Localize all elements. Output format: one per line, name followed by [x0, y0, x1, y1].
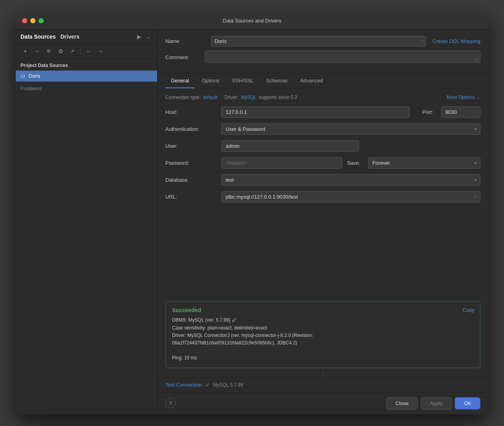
sidebar-nav-icons: ▶ ⌄	[135, 33, 152, 41]
host-port-row: Host: Port:	[165, 106, 480, 118]
export-button[interactable]: ↗	[67, 47, 78, 56]
name-row: Name: ○ Create DDL Mapping	[165, 36, 480, 47]
apply-button[interactable]: Apply	[421, 397, 452, 409]
name-label: Name:	[165, 38, 205, 44]
dbms-line: DBMS: MySQL (ver. 5.7.99) 🖊	[172, 316, 474, 324]
port-input[interactable]	[441, 106, 480, 118]
test-result: MySQL 5.7.99	[213, 382, 243, 388]
sidebar-item-doris[interactable]: ⛁ Doris	[16, 71, 157, 82]
save-select[interactable]: Forever Until restart Never	[368, 157, 480, 169]
port-label: Port:	[422, 109, 436, 115]
ok-button[interactable]: OK	[455, 397, 480, 409]
help-button[interactable]: ?	[165, 398, 176, 408]
conn-type-label: Connection type:	[165, 95, 201, 100]
case-line: Case sensitivity: plain=exact, delimited…	[172, 324, 474, 332]
minimize-button[interactable]	[30, 18, 35, 23]
driver-line1: Driver: MySQL Connector/J (ver. mysql-co…	[172, 332, 474, 339]
comment-input-wrap: ⤢	[205, 50, 480, 65]
sidebar-toolbar: + − ⧉ ⚙ ↗ ← →	[16, 44, 157, 59]
traffic-lights	[22, 18, 44, 23]
connection-info-row: Connection type: default Driver: MySQL s…	[165, 95, 480, 100]
auth-row: Authentication: User & Password No auth …	[165, 123, 480, 135]
main-window: Data Sources and Drivers Data Sources Dr…	[16, 12, 488, 414]
url-input-wrap: ⤢	[221, 191, 480, 203]
success-body: DBMS: MySQL (ver. 5.7.99) 🖊 Case sensiti…	[172, 316, 474, 362]
right-panel: Name: ○ Create DDL Mapping Comment: ⤢	[158, 30, 488, 414]
database-icon: ⛁	[20, 73, 25, 79]
driver-line2: 06a1f724497fd81c6a659131fda822c9e5085b6c…	[172, 339, 474, 347]
remove-button[interactable]: −	[32, 47, 43, 56]
sidebar: Data Sources Drivers ▶ ⌄ + − ⧉	[16, 30, 158, 414]
copy-icon: ⧉	[47, 48, 50, 54]
maximize-button[interactable]	[39, 18, 44, 23]
host-label: Host:	[165, 109, 217, 115]
tab-schemas[interactable]: Schemas	[261, 74, 293, 88]
section-header: Project Data Sources	[16, 59, 157, 71]
database-select[interactable]: test	[221, 174, 480, 186]
password-label: Password:	[165, 160, 217, 166]
conn-driver-label: Driver:	[224, 95, 238, 100]
database-select-wrapper: test ▾	[221, 174, 480, 186]
bottom-bar: ? Close Apply OK	[158, 392, 488, 414]
database-label: Database:	[165, 177, 217, 183]
url-input[interactable]	[221, 191, 480, 203]
success-panel: Succeeded Copy DBMS: MySQL (ver. 5.7.99)…	[165, 301, 480, 368]
name-input-wrap: ○	[211, 36, 426, 47]
conn-driver-value[interactable]: MySQL	[241, 95, 256, 100]
password-row: Password: Save: Forever Until restart Ne…	[165, 157, 480, 169]
tabs-row: General Options SSH/SSL Schemas Advanced	[158, 74, 488, 88]
user-row: User:	[165, 140, 480, 152]
user-input[interactable]	[221, 140, 359, 152]
auth-select[interactable]: User & Password No auth LDAP	[221, 123, 480, 135]
host-input[interactable]	[221, 106, 410, 118]
auth-label: Authentication:	[165, 126, 217, 132]
comment-input[interactable]	[205, 50, 480, 63]
forward-icon: →	[98, 48, 103, 54]
comment-row: Comment: ⤢	[165, 50, 480, 65]
export-icon: ↗	[70, 48, 74, 54]
settings-button[interactable]: ⚙	[55, 47, 66, 56]
sidebar-collapse-icon[interactable]: ▶	[135, 33, 143, 41]
create-ddl-link[interactable]: Create DDL Mapping	[432, 38, 480, 44]
title-bar: Data Sources and Drivers	[16, 12, 488, 30]
test-connection-link[interactable]: Test Connection	[165, 382, 202, 388]
tab-advanced[interactable]: Advanced	[295, 74, 328, 88]
sidebar-item-label: Doris	[28, 73, 40, 79]
name-input[interactable]	[211, 36, 426, 47]
tab-options[interactable]: Options	[196, 74, 225, 88]
test-connection-bar: Test Connection ✓ MySQL 5.7.99	[158, 378, 488, 392]
plus-icon: +	[24, 48, 27, 54]
conn-type-value[interactable]: default	[203, 95, 217, 100]
expand-comment-icon[interactable]: ⤢	[474, 58, 478, 63]
more-options-button[interactable]: More Options ⌄	[447, 95, 480, 100]
close-button[interactable]: Close	[386, 397, 417, 409]
tab-drivers[interactable]: Drivers	[60, 33, 79, 40]
problems-section: Problems	[16, 82, 157, 95]
tunnel-connector	[165, 372, 480, 378]
expand-url-icon[interactable]: ⤢	[474, 194, 477, 199]
password-input[interactable]	[221, 157, 342, 169]
auth-select-wrapper: User & Password No auth LDAP ▾	[221, 123, 480, 135]
save-label: Save:	[347, 160, 363, 166]
gear-icon: ⚙	[58, 48, 63, 54]
conn-driver-note: supports since 5.2	[259, 95, 297, 100]
close-button[interactable]	[22, 18, 27, 23]
success-title: Succeeded	[172, 307, 474, 313]
forward-button[interactable]: →	[95, 47, 106, 56]
form-content: Connection type: default Driver: MySQL s…	[158, 88, 488, 301]
comment-label: Comment:	[165, 54, 205, 60]
back-icon: ←	[86, 48, 91, 54]
toolbar-separator	[80, 48, 81, 54]
chevron-down-icon: ⌄	[476, 95, 480, 100]
tab-general[interactable]: General	[165, 74, 195, 88]
minus-icon: −	[35, 48, 39, 54]
tab-data-sources[interactable]: Data Sources	[20, 33, 56, 40]
copy-datasource-button[interactable]: ⧉	[43, 47, 54, 56]
sidebar-dropdown-icon[interactable]: ⌄	[145, 33, 152, 41]
tab-ssh-ssl[interactable]: SSH/SSL	[226, 74, 259, 88]
add-button[interactable]: +	[20, 47, 31, 56]
save-select-wrapper: Forever Until restart Never ▾	[368, 157, 480, 169]
back-button[interactable]: ←	[83, 47, 94, 56]
user-label: User:	[165, 143, 217, 149]
copy-button[interactable]: Copy	[463, 307, 474, 313]
